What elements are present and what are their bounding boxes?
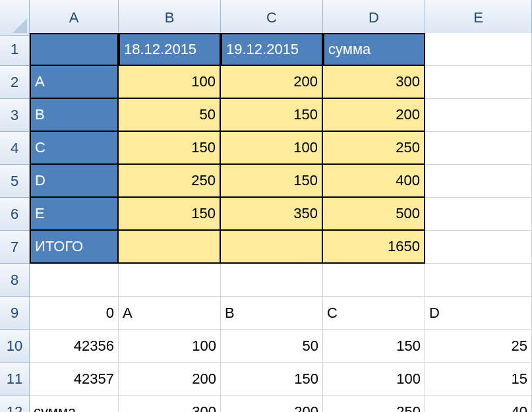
cell-C9[interactable]: B bbox=[221, 297, 323, 330]
row-header-8[interactable]: 8 bbox=[0, 264, 30, 297]
cell-A5[interactable]: D bbox=[30, 165, 119, 198]
cell-B1[interactable]: 18.12.2015 bbox=[119, 33, 221, 66]
cell-A8[interactable] bbox=[30, 264, 119, 297]
cell-B10[interactable]: 100 bbox=[119, 330, 221, 363]
cell-D4[interactable]: 250 bbox=[323, 132, 425, 165]
cell-A12[interactable]: сумма bbox=[30, 396, 119, 412]
cell-D10[interactable]: 150 bbox=[323, 330, 425, 363]
row-header-6[interactable]: 6 bbox=[0, 198, 30, 231]
cell-E12[interactable]: 40 bbox=[425, 396, 532, 412]
cell-E4[interactable] bbox=[425, 132, 532, 165]
cell-B6[interactable]: 150 bbox=[119, 198, 221, 231]
cell-D5[interactable]: 400 bbox=[323, 165, 425, 198]
cell-D9[interactable]: C bbox=[323, 297, 425, 330]
col-header-E[interactable]: E bbox=[425, 0, 532, 36]
cell-B3[interactable]: 50 bbox=[119, 99, 221, 132]
cell-B11[interactable]: 200 bbox=[119, 363, 221, 396]
cell-A9[interactable]: 0 bbox=[30, 297, 119, 330]
cell-C7[interactable] bbox=[221, 231, 323, 264]
cell-A7[interactable]: ИТОГО bbox=[30, 231, 119, 264]
row-header-9[interactable]: 9 bbox=[0, 297, 30, 330]
cell-B12[interactable]: 300 bbox=[119, 396, 221, 412]
cell-C10[interactable]: 50 bbox=[221, 330, 323, 363]
col-header-B[interactable]: B bbox=[119, 0, 221, 36]
cell-A11[interactable]: 42357 bbox=[30, 363, 119, 396]
cell-A3[interactable]: B bbox=[30, 99, 119, 132]
row-header-12[interactable]: 12 bbox=[0, 396, 30, 412]
cell-D1[interactable]: сумма bbox=[323, 33, 425, 66]
cell-B5[interactable]: 250 bbox=[119, 165, 221, 198]
cell-C2[interactable]: 200 bbox=[221, 66, 323, 99]
cell-E9[interactable]: D bbox=[425, 297, 532, 330]
row-header-3[interactable]: 3 bbox=[0, 99, 30, 132]
cell-D2[interactable]: 300 bbox=[323, 66, 425, 99]
cell-B9[interactable]: A bbox=[119, 297, 221, 330]
select-all-corner[interactable] bbox=[0, 0, 30, 36]
cell-A2[interactable]: A bbox=[30, 66, 119, 99]
cell-D11[interactable]: 100 bbox=[323, 363, 425, 396]
cell-A1[interactable] bbox=[30, 33, 119, 66]
cell-C11[interactable]: 150 bbox=[221, 363, 323, 396]
cell-D6[interactable]: 500 bbox=[323, 198, 425, 231]
row-header-5[interactable]: 5 bbox=[0, 165, 30, 198]
cell-C1[interactable]: 19.12.2015 bbox=[221, 33, 323, 66]
row-header-11[interactable]: 11 bbox=[0, 363, 30, 396]
row-header-2[interactable]: 2 bbox=[0, 66, 30, 99]
spreadsheet-grid: A B C D E 1 18.12.2015 19.12.2015 сумма … bbox=[0, 0, 532, 412]
col-header-A[interactable]: A bbox=[30, 0, 119, 36]
cell-D3[interactable]: 200 bbox=[323, 99, 425, 132]
cell-E1[interactable] bbox=[425, 33, 532, 66]
row-header-10[interactable]: 10 bbox=[0, 330, 30, 363]
cell-C5[interactable]: 150 bbox=[221, 165, 323, 198]
cell-E8[interactable] bbox=[425, 264, 532, 297]
cell-A10[interactable]: 42356 bbox=[30, 330, 119, 363]
cell-E5[interactable] bbox=[425, 165, 532, 198]
cell-E11[interactable]: 15 bbox=[425, 363, 532, 396]
col-header-C[interactable]: C bbox=[221, 0, 323, 36]
cell-C8[interactable] bbox=[221, 264, 323, 297]
cell-A6[interactable]: E bbox=[30, 198, 119, 231]
cell-B2[interactable]: 100 bbox=[119, 66, 221, 99]
cell-D8[interactable] bbox=[323, 264, 425, 297]
cell-E7[interactable] bbox=[425, 231, 532, 264]
cell-B4[interactable]: 150 bbox=[119, 132, 221, 165]
row-header-1[interactable]: 1 bbox=[0, 33, 30, 66]
cell-E2[interactable] bbox=[425, 66, 532, 99]
cell-E10[interactable]: 25 bbox=[425, 330, 532, 363]
cell-E6[interactable] bbox=[425, 198, 532, 231]
col-header-D[interactable]: D bbox=[323, 0, 425, 36]
cell-C3[interactable]: 150 bbox=[221, 99, 323, 132]
cell-C6[interactable]: 350 bbox=[221, 198, 323, 231]
cell-C4[interactable]: 100 bbox=[221, 132, 323, 165]
cell-C12[interactable]: 200 bbox=[221, 396, 323, 412]
row-header-7[interactable]: 7 bbox=[0, 231, 30, 264]
cell-B7[interactable] bbox=[119, 231, 221, 264]
cell-B8[interactable] bbox=[119, 264, 221, 297]
cell-D12[interactable]: 250 bbox=[323, 396, 425, 412]
cell-D7[interactable]: 1650 bbox=[323, 231, 425, 264]
row-header-4[interactable]: 4 bbox=[0, 132, 30, 165]
cell-A4[interactable]: C bbox=[30, 132, 119, 165]
cell-E3[interactable] bbox=[425, 99, 532, 132]
